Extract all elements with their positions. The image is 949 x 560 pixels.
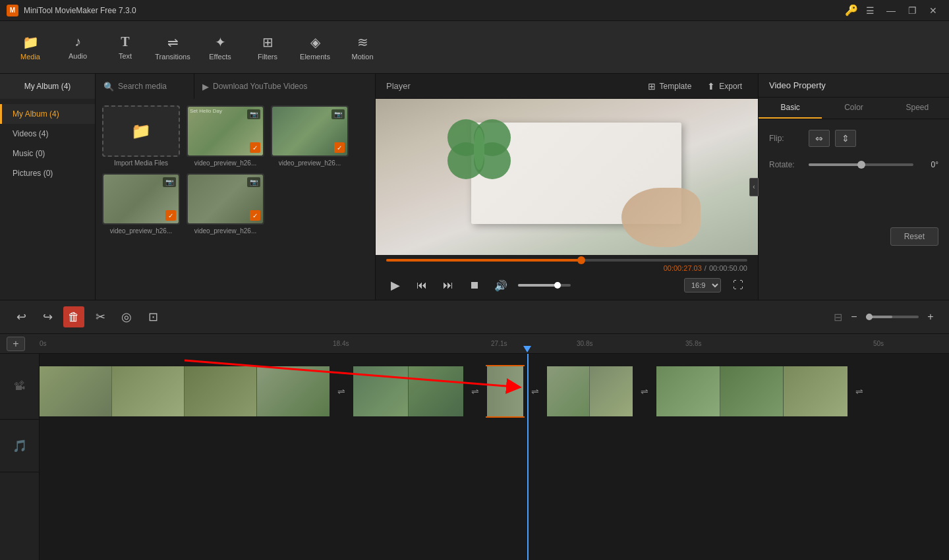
timeline-clip-4[interactable]	[547, 366, 633, 416]
cut-button[interactable]: ✂	[90, 306, 111, 327]
clover-decoration	[433, 111, 525, 184]
play-button[interactable]: ▶	[386, 276, 405, 294]
fullscreen-button[interactable]: ⛶	[729, 276, 747, 294]
clip-transition-4[interactable]: ⇌	[633, 366, 656, 416]
audio-track	[40, 429, 949, 468]
toolbar-item-text[interactable]: T Text	[101, 24, 149, 71]
clip-transition-1[interactable]: ⇌	[330, 366, 353, 416]
media-thumb-1[interactable]: Set Hello Day 📷 ✓	[187, 105, 264, 157]
timeline-clip-1[interactable]	[40, 366, 330, 416]
toolbar-label-audio: Audio	[69, 52, 87, 60]
audio-extract-button[interactable]: ◎	[116, 306, 137, 327]
clip-transition-3[interactable]: ⇌	[523, 366, 547, 416]
stop-button[interactable]: ⏹	[465, 276, 484, 294]
time-separator: /	[705, 264, 706, 272]
camera-icon-1: 📷	[247, 109, 260, 119]
clip-transition-2[interactable]: ⇌	[463, 366, 487, 416]
minimize-button[interactable]: —	[882, 3, 900, 18]
export-button[interactable]: ⬆ Export	[702, 78, 747, 94]
toolbar-item-audio[interactable]: ♪ Audio	[54, 24, 101, 71]
volume-button[interactable]: 🔊	[492, 276, 510, 294]
sidebar-item-pictures[interactable]: Pictures (0)	[0, 163, 95, 183]
check-badge-1: ✓	[250, 142, 260, 153]
media-item-4[interactable]: 📷 ✓ video_preview_h26...	[187, 173, 264, 235]
player-actions: ⊞ Template ⬆ Export	[643, 78, 747, 94]
flip-horizontal-button[interactable]: ⇔	[809, 130, 830, 147]
search-icon: 🔍	[103, 82, 114, 92]
album-tab-label: My Album (4)	[24, 82, 71, 91]
sidebar: My Album (4) Videos (4) Music (0) Pictur…	[0, 99, 96, 300]
ruler-mark-50s: 50s	[873, 340, 884, 347]
zoom-out-button[interactable]: −	[846, 309, 862, 325]
timeline-clip-5[interactable]	[656, 366, 848, 416]
aspect-ratio-select[interactable]: 16:9 9:16 1:1 4:3	[684, 278, 721, 293]
import-media-item[interactable]: 📁 Import Media Files	[102, 105, 180, 167]
media-thumb-4[interactable]: 📷 ✓	[187, 173, 264, 225]
maximize-button[interactable]: ❐	[903, 3, 921, 18]
media-label-2: video_preview_h26...	[271, 159, 349, 167]
track-area: ⇌ ⇌ ⇌	[40, 354, 949, 560]
search-tab[interactable]: 🔍 Search media	[96, 74, 194, 99]
media-thumb-2[interactable]: 📷 ✓	[271, 105, 349, 157]
media-item-2[interactable]: 📷 ✓ video_preview_h26...	[271, 105, 349, 167]
undo-button[interactable]: ↩	[11, 306, 32, 327]
redo-button[interactable]: ↪	[37, 306, 58, 327]
flip-vertical-button[interactable]: ⇕	[835, 130, 856, 147]
toolbar-item-filters[interactable]: ⊞ Filters	[244, 24, 291, 71]
camera-icon-4: 📷	[247, 177, 260, 187]
playhead-top	[523, 346, 531, 352]
template-button[interactable]: ⊞ Template	[643, 78, 697, 94]
sidebar-item-music[interactable]: Music (0)	[0, 144, 95, 163]
zoom-slider[interactable]	[866, 316, 919, 318]
export-icon: ⬆	[707, 81, 715, 92]
download-tab[interactable]: ▶ Download YouTube Videos	[194, 74, 375, 99]
props-tab-color[interactable]: Color	[822, 98, 885, 119]
download-icon: ▶	[202, 82, 209, 92]
app: M MiniTool MovieMaker Free 7.3.0 🔑 ☰ — ❐…	[0, 0, 949, 560]
ruler-mark-30s: 30.8s	[577, 340, 592, 347]
progress-bar[interactable]	[386, 259, 747, 262]
album-tab[interactable]: My Album (4)	[0, 74, 96, 99]
sidebar-item-myalbum[interactable]: My Album (4)	[0, 104, 95, 124]
toolbar-item-motion[interactable]: ≋ Motion	[339, 24, 386, 71]
rotate-slider[interactable]	[809, 163, 913, 166]
media-panel: My Album (4) 🔍 Search media ▶ Download Y…	[0, 74, 376, 300]
media-icon: 📁	[22, 34, 39, 50]
toolbar-item-elements[interactable]: ◈ Elements	[291, 24, 339, 71]
template-label: Template	[660, 82, 692, 91]
sidebar-item-videos[interactable]: Videos (4)	[0, 124, 95, 144]
player-title: Player	[386, 81, 411, 91]
next-button[interactable]: ⏭	[439, 276, 457, 294]
rotate-controls: 0°	[809, 160, 938, 169]
prev-button[interactable]: ⏮	[413, 276, 431, 294]
zoom-thumb	[866, 314, 873, 320]
crop-button[interactable]: ⊡	[142, 306, 163, 327]
timeline-clip-3[interactable]	[487, 366, 523, 416]
media-item-3[interactable]: 📷 ✓ video_preview_h26...	[102, 173, 180, 235]
zoom-in-button[interactable]: +	[923, 309, 938, 325]
video-preview	[376, 99, 758, 255]
delete-button[interactable]: 🗑	[63, 306, 84, 327]
collapse-panel-button[interactable]: ‹	[749, 178, 759, 196]
timeline-clip-2[interactable]	[353, 366, 463, 416]
media-thumb-3[interactable]: 📷 ✓	[102, 173, 180, 225]
camera-icon-2: 📷	[331, 109, 345, 119]
volume-slider[interactable]	[518, 284, 571, 287]
volume-thumb	[554, 282, 561, 289]
menu-button[interactable]: ☰	[861, 3, 879, 18]
player-progress[interactable]	[376, 255, 758, 263]
transitions-icon: ⇌	[167, 34, 179, 50]
media-item-1[interactable]: Set Hello Day 📷 ✓ video_preview_h26...	[187, 105, 264, 167]
props-tab-basic[interactable]: Basic	[759, 98, 822, 119]
reset-button[interactable]: Reset	[890, 227, 938, 246]
toolbar-item-media[interactable]: 📁 Media	[7, 24, 54, 71]
toolbar-item-effects[interactable]: ✦ Effects	[196, 24, 244, 71]
clip-transition-5[interactable]: ⇌	[848, 366, 871, 416]
close-button[interactable]: ✕	[924, 3, 942, 18]
add-track-button[interactable]: +	[7, 337, 25, 351]
ruler-mark-18s: 18.4s	[333, 340, 349, 347]
toolbar-item-transitions[interactable]: ⇌ Transitions	[149, 24, 196, 71]
audio-track-label: 🎵	[0, 420, 39, 472]
import-thumb[interactable]: 📁	[102, 105, 180, 157]
props-tab-speed[interactable]: Speed	[886, 98, 949, 119]
